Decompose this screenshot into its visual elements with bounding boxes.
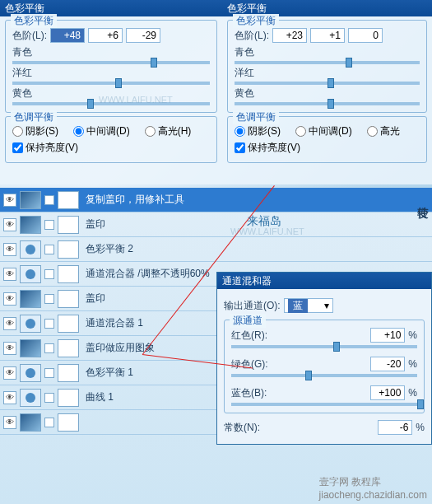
layer-thumbnail[interactable] [20,389,41,407]
slider2-yellow[interactable] [235,102,420,105]
color-balance-panel-2: 色彩平衡 色彩平衡 色阶(L): 青色 洋红 黄色 色调平衡 阴影(S) 中间调… [222,0,432,184]
blue-slider[interactable] [231,403,417,406]
layer-mask-thumbnail[interactable] [58,191,79,209]
const-input[interactable] [378,420,412,435]
link-icon[interactable] [44,294,54,304]
output-channel-value: 蓝 [288,299,308,313]
slider-magenta[interactable] [12,82,210,85]
layer-thumbnail[interactable] [20,216,41,234]
layer-thumbnail[interactable] [20,364,41,382]
radio-shadows[interactable]: 阴影(S) [12,124,58,138]
radio-midtones[interactable]: 中间调(D) [73,124,130,138]
adjustment-icon [23,267,38,282]
layer-name-label: 盖印 [82,217,429,231]
level2-input-1[interactable] [272,28,307,43]
link-icon[interactable] [44,195,54,205]
panel1-title: 色彩平衡 [5,2,44,16]
layer-row[interactable]: 👁复制盖印，用修补工具 [0,188,432,212]
level-input-3[interactable] [126,28,160,43]
link-icon[interactable] [44,269,54,279]
radio2-midtones[interactable]: 中间调(D) [295,124,352,138]
src-legend: 源通道 [230,314,266,328]
link-icon[interactable] [44,220,54,230]
layer-thumbnail[interactable] [20,265,41,283]
preserve-lum-checkbox[interactable]: 保持亮度(V) [12,141,78,155]
green-label: 绿色(G): [231,357,281,371]
visibility-eye-icon[interactable]: 👁 [3,366,16,380]
blue-input[interactable] [370,385,405,400]
link-icon[interactable] [44,245,54,254]
layer-mask-thumbnail[interactable] [58,216,79,234]
output-channel-select[interactable]: 蓝 ▾ [284,298,333,313]
layer-mask-thumbnail[interactable] [58,290,79,308]
channel-mixer-panel: 通道混和器 输出通道(O): 蓝 ▾ 源通道 红色(R):% 绿色(G):% 蓝… [216,272,432,445]
adjustment-icon [23,242,38,257]
slider-cyan[interactable] [12,61,210,64]
green-input[interactable] [370,357,405,371]
visibility-eye-icon[interactable]: 👁 [3,391,16,404]
levels-label: 色阶(L): [12,29,47,43]
const-label: 常数(N): [224,421,273,435]
pct-3: % [408,387,417,399]
layer-thumbnail[interactable] [20,413,41,432]
link-icon[interactable] [44,368,54,378]
link-icon[interactable] [44,319,54,329]
adjustment-icon [23,390,38,405]
slider-yellow[interactable] [12,102,210,105]
adjustment-icon [23,316,38,331]
layer-thumbnail[interactable] [20,315,41,333]
svg-point-1 [26,269,35,279]
panel1-tone-group: 色调平衡 阴影(S) 中间调(D) 高光(H) 保持亮度(V) [5,116,217,163]
layer-row[interactable]: 👁盖印 [0,212,432,237]
visibility-eye-icon[interactable]: 👁 [3,416,16,429]
svg-point-4 [26,393,35,403]
red-slider[interactable] [231,345,417,348]
link-icon[interactable] [44,418,54,427]
layer-mask-thumbnail[interactable] [58,265,79,283]
radio2-highlights[interactable]: 高光 [367,124,400,138]
level-input-1[interactable] [50,28,85,43]
pct-1: % [408,329,417,341]
level2-input-2[interactable] [310,28,345,43]
level2-input-3[interactable] [348,28,383,43]
layer-mask-thumbnail[interactable] [58,315,79,333]
layer-row[interactable]: 👁色彩平衡 2 [0,237,432,262]
radio2-shadows[interactable]: 阴影(S) [235,124,281,138]
visibility-eye-icon[interactable]: 👁 [3,243,16,256]
panel2-title: 色彩平衡 [227,2,267,16]
slider2-magenta[interactable] [235,82,420,85]
link-icon[interactable] [44,343,54,353]
visibility-eye-icon[interactable]: 👁 [3,268,16,281]
levels-label-2: 色阶(L): [235,29,269,43]
layer-thumbnail[interactable] [20,240,41,259]
preserve-lum-checkbox-2[interactable]: 保持亮度(V) [235,141,300,155]
chevron-down-icon: ▾ [324,300,329,311]
layer-thumbnail[interactable] [20,290,41,308]
layer-mask-thumbnail[interactable] [58,364,79,382]
layer-thumbnail[interactable] [20,339,41,357]
layer-thumbnail[interactable] [20,191,41,209]
yellow-label: 黄色 [12,86,32,100]
visibility-eye-icon[interactable]: 👁 [3,292,16,306]
radio-highlights[interactable]: 高光(H) [145,124,192,138]
chmix-title: 通道混和器 [222,274,272,288]
visibility-eye-icon[interactable]: 👁 [3,342,16,355]
chmix-titlebar[interactable]: 通道混和器 [217,273,431,289]
panel1-levels-group: 色彩平衡 色阶(L): 青色 洋红 黄色 [5,20,217,113]
slider2-cyan[interactable] [235,61,420,64]
magenta-label-2: 洋红 [235,66,254,80]
layer-mask-thumbnail[interactable] [58,339,79,357]
layer-mask-thumbnail[interactable] [58,240,79,259]
source-channels-group: 源通道 红色(R):% 绿色(G):% 蓝色(B):% [224,320,425,413]
red-input[interactable] [370,328,405,343]
green-slider[interactable] [231,374,417,377]
link-icon[interactable] [44,393,54,403]
adjustment-icon [23,366,38,380]
visibility-eye-icon[interactable]: 👁 [3,194,16,207]
visibility-eye-icon[interactable]: 👁 [3,317,16,330]
visibility-eye-icon[interactable]: 👁 [3,218,16,231]
blue-label: 蓝色(B): [231,386,281,400]
layer-mask-thumbnail[interactable] [58,413,79,432]
layer-mask-thumbnail[interactable] [58,389,79,407]
level-input-2[interactable] [88,28,123,43]
